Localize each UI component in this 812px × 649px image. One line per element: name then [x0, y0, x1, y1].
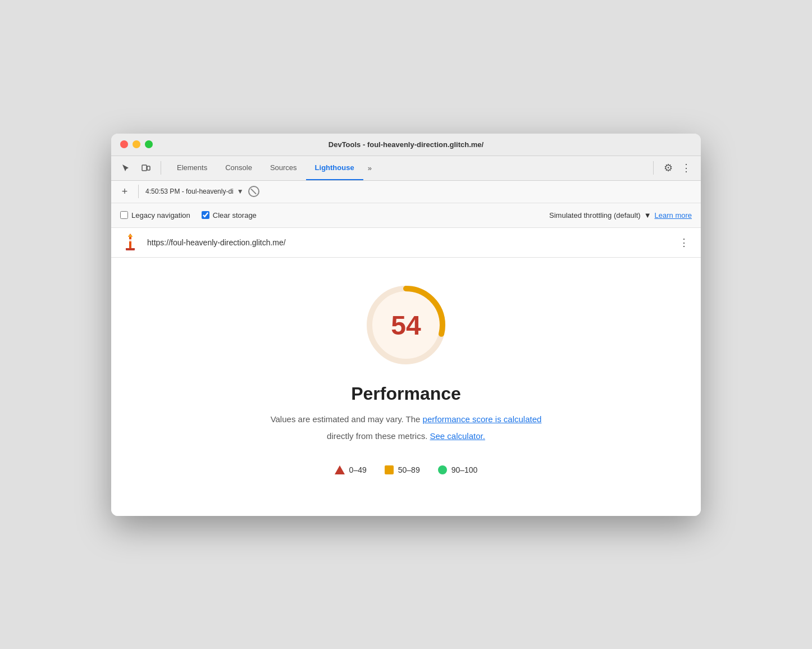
performance-description: Values are estimated and may vary. The p… [271, 413, 542, 426]
legend-red-icon [335, 465, 345, 474]
legend-orange-item: 50–89 [385, 465, 420, 474]
performance-description-line2: directly from these metrics. See calcula… [327, 430, 485, 443]
more-options-icon[interactable]: ⋮ [678, 160, 694, 176]
legacy-navigation-checkbox-group[interactable]: Legacy navigation [120, 211, 190, 220]
traffic-lights [120, 140, 153, 148]
tab-more[interactable]: » [363, 156, 376, 180]
minimize-button[interactable] [133, 140, 140, 148]
learn-more-link[interactable]: Learn more [655, 211, 692, 220]
svg-rect-0 [142, 165, 147, 171]
close-button[interactable] [120, 140, 128, 148]
throttling-group: Simulated throttling (default) ▼ Learn m… [549, 211, 692, 220]
device-toggle-icon[interactable] [138, 160, 154, 176]
secondary-toolbar: + 4:50:53 PM - foul-heavenly-di ▼ [111, 181, 701, 203]
legacy-navigation-checkbox[interactable] [120, 211, 128, 219]
tab-console[interactable]: Console [216, 156, 261, 180]
svg-rect-4 [129, 239, 132, 241]
tab-sources[interactable]: Sources [261, 156, 306, 180]
clear-storage-checkbox-group[interactable]: Clear storage [202, 211, 257, 220]
score-number: 54 [391, 309, 421, 340]
legend-green-icon [438, 465, 447, 474]
maximize-button[interactable] [145, 140, 153, 148]
main-content: 54 Performance Values are estimated and … [111, 258, 701, 516]
add-button[interactable]: + [118, 185, 131, 198]
title-bar: DevTools - foul-heavenly-direction.glitc… [111, 134, 701, 156]
legend-red-item: 0–49 [335, 465, 367, 474]
url-selector[interactable]: 4:50:53 PM - foul-heavenly-di ▼ [145, 188, 244, 195]
devtools-toolbar: Elements Console Sources Lighthouse » ⚙ … [111, 156, 701, 181]
options-bar: Legacy navigation Clear storage Simulate… [111, 203, 701, 228]
block-requests-icon[interactable] [248, 186, 259, 197]
toolbar-right: ⚙ ⋮ [660, 160, 694, 176]
sec-divider [138, 185, 139, 198]
score-calculated-link[interactable]: performance score is calculated [423, 414, 542, 424]
url-bar-more-button[interactable]: ⋮ [676, 235, 692, 250]
score-legend: 0–49 50–89 90–100 [335, 465, 478, 474]
calculator-link[interactable]: See calculator. [430, 431, 485, 441]
url-timestamp: 4:50:53 PM - foul-heavenly-di [145, 188, 234, 195]
cursor-icon[interactable] [118, 160, 134, 176]
legend-green-label: 90–100 [451, 465, 478, 474]
tab-elements[interactable]: Elements [168, 156, 216, 180]
url-bar: https://foul-heavenly-direction.glitch.m… [111, 228, 701, 258]
clear-storage-label: Clear storage [213, 211, 257, 220]
tab-nav: Elements Console Sources Lighthouse » [168, 156, 646, 180]
throttling-dropdown-arrow[interactable]: ▼ [644, 211, 651, 220]
svg-rect-1 [147, 166, 150, 170]
legend-orange-label: 50–89 [398, 465, 420, 474]
svg-rect-5 [126, 248, 135, 250]
throttling-label: Simulated throttling (default) [549, 211, 641, 220]
description-prefix: Values are estimated and may vary. The [271, 414, 423, 424]
legend-red-label: 0–49 [349, 465, 367, 474]
devtools-window: DevTools - foul-heavenly-direction.glitc… [111, 134, 701, 516]
performance-title: Performance [351, 383, 461, 404]
settings-icon[interactable]: ⚙ [660, 160, 676, 176]
svg-marker-3 [128, 235, 133, 237]
window-title: DevTools - foul-heavenly-direction.glitc… [329, 140, 483, 149]
toolbar-divider-1 [161, 161, 161, 175]
performance-gauge: 54 [361, 280, 451, 370]
legacy-navigation-label: Legacy navigation [131, 211, 190, 220]
page-url: https://foul-heavenly-direction.glitch.m… [147, 238, 669, 247]
lighthouse-logo [120, 232, 140, 253]
clear-storage-checkbox[interactable] [202, 211, 209, 219]
legend-orange-icon [385, 465, 394, 474]
url-dropdown-arrow[interactable]: ▼ [237, 188, 244, 195]
toolbar-divider-2 [653, 161, 654, 175]
tab-lighthouse[interactable]: Lighthouse [306, 156, 363, 180]
description-line2-prefix: directly from these metrics. [327, 431, 430, 441]
legend-green-item: 90–100 [438, 465, 478, 474]
